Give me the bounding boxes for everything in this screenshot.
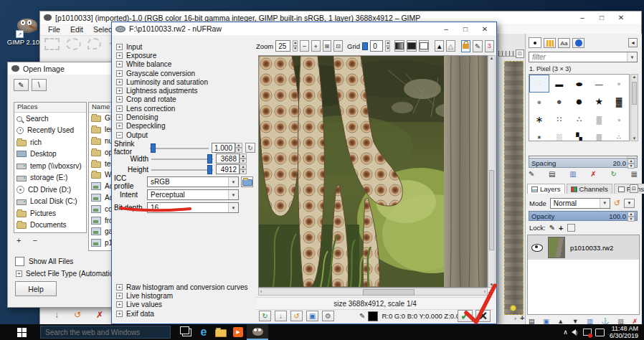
spin-up-icon[interactable]: ▲ (628, 212, 635, 217)
type-filename-button[interactable]: ✎ (14, 79, 29, 91)
color-picker-pencil-icon[interactable]: ✎ (359, 312, 365, 320)
width-slider[interactable] (151, 154, 213, 164)
spin-up-icon[interactable]: ▲ (293, 40, 298, 46)
expander-toggle-icon[interactable]: + (116, 70, 123, 77)
pan-preview-icon[interactable]: + (488, 288, 493, 298)
layers-tab-menu-icon[interactable]: ⊡ (630, 184, 638, 193)
open-brush-as-image-button[interactable]: ▦ (631, 171, 638, 178)
options-button[interactable]: ⚙ (322, 311, 334, 321)
brush-item[interactable]: ∴ (609, 128, 629, 141)
media-player-icon[interactable]: ▶ (229, 324, 247, 340)
spot-wb-pencil-icon[interactable]: ✎ (473, 40, 482, 52)
background-dark-button[interactable] (407, 40, 417, 52)
start-button[interactable] (13, 324, 30, 340)
expander-row[interactable]: + Lightness adjustments (114, 86, 255, 95)
zoom-out-button[interactable]: − (300, 40, 309, 52)
chevron-down-icon[interactable]: ▼ (228, 177, 238, 186)
zoom-in-button[interactable]: + (311, 40, 321, 52)
shrink-slider[interactable] (150, 143, 209, 153)
layers-dock-tab[interactable]: Layers (527, 184, 565, 194)
expander-toggle-icon[interactable]: + (116, 88, 123, 94)
place-item[interactable]: Search (14, 113, 86, 125)
new-brush-button[interactable]: ▤ (549, 171, 555, 178)
menu-item[interactable]: Edit (65, 24, 88, 34)
expander-toggle-icon[interactable]: + (116, 123, 123, 129)
tray-chevron-icon[interactable]: ∧ (563, 329, 568, 336)
tab-patterns[interactable] (544, 38, 556, 48)
file-explorer-icon[interactable] (212, 324, 229, 340)
preview-horizontal-scrollbar[interactable]: ‹ › (258, 288, 488, 296)
place-item[interactable]: temp (\\vboxsrv) (F:) (14, 160, 86, 172)
tab-brushes[interactable] (529, 37, 541, 48)
overexposure-indicator-icon[interactable]: ▲ (435, 40, 444, 52)
show-all-files-checkbox[interactable] (15, 257, 24, 266)
zoom-100-button[interactable]: ⊡ (333, 40, 343, 52)
brush-item[interactable]: ∴ (569, 110, 589, 128)
menu-item[interactable]: File (43, 24, 65, 34)
channel-blend-icon[interactable]: 3 (485, 40, 494, 52)
task-view-icon[interactable] (178, 324, 195, 340)
tab-gimp-docs[interactable] (572, 38, 584, 48)
place-item[interactable]: Local Disk (C:) (14, 196, 86, 208)
spin-down-icon[interactable]: ▼ (235, 148, 242, 153)
brush-item[interactable]: ▒ (589, 128, 609, 141)
location-button[interactable]: \ (32, 79, 47, 91)
edit-brush-button[interactable]: ✎ (529, 171, 534, 178)
brush-item[interactable]: ★ (589, 93, 609, 110)
revert-icon[interactable]: ↺ (74, 310, 81, 320)
zoom-spinbox[interactable]: 25 (275, 40, 290, 52)
taskbar-search-input[interactable] (40, 326, 171, 339)
brush-item[interactable]: ∗ (529, 110, 549, 128)
brush-item[interactable]: ∷ (549, 110, 569, 128)
gimp-taskbar-icon[interactable] (247, 324, 268, 340)
brush-item[interactable]: ● (549, 93, 569, 110)
places-header[interactable]: Places (14, 103, 86, 113)
brush-item[interactable]: ● (569, 75, 589, 93)
expander-toggle-icon[interactable]: + (116, 105, 123, 112)
expander-toggle-icon[interactable]: + (116, 301, 123, 308)
chevron-down-icon[interactable]: ▼ (600, 199, 610, 208)
icc-profile-combo[interactable]: sRGB▼ (147, 176, 239, 187)
expander-toggle-icon[interactable]: + (116, 44, 123, 50)
place-item[interactable]: CD Drive (D:) (14, 184, 86, 196)
grid-spinbox[interactable]: 0 (370, 40, 383, 52)
brush-item[interactable]: ▓ (609, 93, 629, 110)
brush-item[interactable]: — (589, 75, 609, 93)
canvas-image-strip[interactable] (504, 61, 524, 315)
brush-item[interactable]: ▒ (589, 110, 609, 128)
lock-pixels-icon[interactable]: ✎ (549, 224, 555, 232)
open-file-button[interactable]: ▣ (306, 311, 318, 321)
close-button[interactable]: ✕ (613, 14, 629, 22)
place-item[interactable]: Pictures (14, 207, 86, 219)
update-preview-button[interactable]: ↻ (259, 311, 271, 321)
edge-browser-icon[interactable]: e (195, 324, 212, 340)
brush-item[interactable]: · (529, 75, 549, 93)
expander-row[interactable]: + Grayscale conversion (114, 69, 255, 77)
dock-tab-menu-icon[interactable]: ◂ (628, 38, 638, 47)
grid-color-swatch[interactable] (362, 42, 368, 50)
place-item[interactable]: storage (E:) (14, 172, 86, 184)
load-icc-folder-icon[interactable] (241, 176, 253, 187)
save-button[interactable]: ↓ (275, 311, 287, 321)
spin-up-icon[interactable]: ▲ (240, 154, 247, 159)
reset-button[interactable]: ↺ (290, 311, 303, 321)
place-item[interactable]: Documents (14, 219, 86, 232)
place-item[interactable]: Recently Used (14, 125, 86, 137)
cancel-button[interactable]: ✕ (475, 310, 491, 322)
expander-row[interactable]: + Crop and rotate (114, 95, 255, 104)
shrink-value-box[interactable]: 1.000 (212, 143, 235, 153)
brush-item[interactable]: ● (609, 75, 629, 93)
brush-item[interactable]: ▚ (569, 128, 589, 141)
expander-row[interactable]: − Output (114, 131, 255, 139)
brush-item[interactable]: ◦ (609, 110, 629, 128)
help-button[interactable]: Help (15, 281, 57, 296)
export-icon[interactable]: ↓ (55, 310, 59, 320)
brush-item[interactable]: ░ (549, 128, 569, 141)
expander-row[interactable]: + Despeckling (114, 122, 255, 131)
remove-place-button[interactable]: − (32, 236, 37, 245)
chevron-down-icon[interactable]: ▼ (228, 203, 238, 212)
zoom-fit-button[interactable]: ⊞ (323, 40, 332, 52)
expander-toggle-icon[interactable]: + (116, 284, 123, 291)
lock-alpha-icon[interactable] (567, 224, 575, 232)
expander-toggle-icon[interactable]: − (116, 132, 123, 138)
